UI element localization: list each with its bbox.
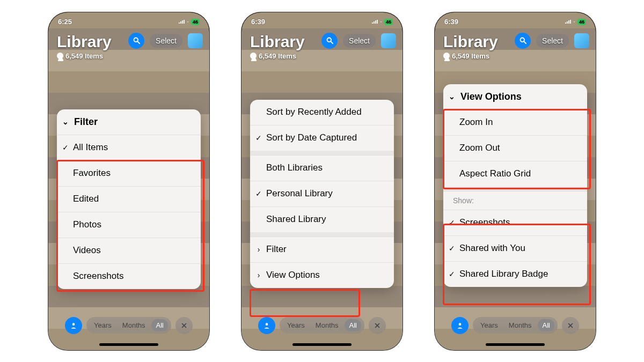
app-header: Library 6,549 Items Select: [48, 31, 209, 60]
menu-item-screenshots[interactable]: Screenshots: [57, 263, 201, 289]
seg-months[interactable]: Months: [311, 319, 343, 331]
menu-item-zoom-in[interactable]: Zoom In: [443, 109, 587, 135]
seg-years[interactable]: Years: [283, 319, 309, 331]
screenshot-3: 6:39 46 Library 6,549 Items Select ⌄ Vie…: [435, 12, 596, 350]
seg-months[interactable]: Months: [504, 319, 536, 331]
svg-rect-2: [182, 20, 183, 24]
seg-years[interactable]: Years: [90, 319, 116, 331]
chevron-right-icon: ›: [254, 271, 263, 279]
home-indicator: [486, 343, 545, 346]
bottom-bar: Years Months All: [435, 315, 596, 336]
wifi-icon: [380, 21, 382, 23]
menu-item-photos[interactable]: Photos: [57, 212, 201, 238]
bottom-bar: Years Months All: [241, 315, 402, 336]
clock: 6:25: [58, 18, 72, 26]
menu-item-edited[interactable]: Edited: [57, 186, 201, 212]
people-button[interactable]: [65, 317, 82, 334]
menu-header[interactable]: ⌄ Filter: [57, 109, 201, 135]
clock: 6:39: [251, 18, 265, 26]
chevron-right-icon: ›: [254, 245, 263, 254]
people-button[interactable]: [258, 317, 275, 334]
signal-icon: [372, 20, 378, 24]
close-button[interactable]: [562, 317, 579, 334]
select-button[interactable]: Select: [343, 34, 376, 48]
item-count: 6,549 Items: [443, 52, 587, 60]
person-icon: [443, 53, 450, 59]
select-button[interactable]: Select: [536, 34, 569, 48]
menu-item-personal-library[interactable]: ✓Personal Library: [250, 181, 394, 206]
chevron-down-icon: ⌄: [61, 117, 70, 126]
seg-years[interactable]: Years: [476, 319, 502, 331]
close-button[interactable]: [369, 317, 386, 334]
seg-all[interactable]: All: [538, 319, 554, 331]
view-segment[interactable]: Years Months All: [280, 317, 364, 334]
menu-item-sort-added[interactable]: Sort by Recently Added: [250, 100, 394, 125]
person-icon: [70, 322, 77, 329]
search-icon: [519, 36, 527, 45]
svg-line-23: [524, 41, 526, 43]
menu-item-sort-captured[interactable]: ✓Sort by Date Captured: [250, 125, 394, 151]
wifi-icon: [187, 21, 189, 23]
wifi-icon: [573, 21, 575, 23]
svg-line-14: [331, 41, 333, 43]
status-bar: 6:25 46: [48, 17, 209, 27]
menu-item-filter[interactable]: ›Filter: [250, 237, 394, 262]
avatar[interactable]: [574, 33, 589, 48]
person-icon: [263, 322, 270, 329]
signal-icon: [179, 20, 185, 24]
svg-rect-10: [374, 21, 375, 24]
search-button[interactable]: [321, 33, 338, 49]
menu-item-all[interactable]: ✓ All Items: [57, 135, 201, 160]
app-header: Library 6,549 Items Select: [241, 31, 402, 60]
seg-months[interactable]: Months: [118, 319, 150, 331]
svg-rect-20: [568, 20, 569, 24]
search-button[interactable]: [515, 33, 531, 49]
check-icon: ✓: [254, 134, 263, 142]
check-icon: ✓: [61, 143, 70, 152]
battery-badge: 46: [577, 19, 586, 25]
menu-item-zoom-out[interactable]: Zoom Out: [443, 135, 587, 161]
menu-item-videos[interactable]: Videos: [57, 238, 201, 263]
menu-item-show-shared-with-you[interactable]: ✓Shared with You: [443, 235, 587, 261]
avatar[interactable]: [381, 33, 396, 48]
close-button[interactable]: [175, 317, 193, 334]
avatar[interactable]: [188, 33, 203, 48]
svg-point-6: [72, 323, 75, 326]
seg-all[interactable]: All: [151, 319, 167, 331]
check-icon: ✓: [448, 270, 456, 278]
menu-item-both-libraries[interactable]: Both Libraries: [250, 155, 394, 181]
select-button[interactable]: Select: [150, 34, 182, 48]
close-icon: [374, 322, 381, 329]
check-icon: ✓: [448, 244, 456, 253]
menu-item-aspect-grid[interactable]: Aspect Ratio Grid: [443, 161, 587, 187]
search-button[interactable]: [128, 33, 144, 49]
person-icon: [456, 322, 464, 329]
menu-header[interactable]: ⌄ View Options: [443, 84, 587, 109]
menu-item-shared-library[interactable]: Shared Library: [250, 206, 394, 232]
screenshot-2: 6:39 46 Library 6,549 Items Select Sort …: [241, 12, 402, 350]
item-count: 6,549 Items: [250, 52, 394, 60]
menu-item-show-badge[interactable]: ✓Shared Library Badge: [443, 261, 587, 287]
search-icon: [326, 36, 334, 45]
view-segment[interactable]: Years Months All: [86, 317, 171, 334]
home-indicator: [99, 343, 158, 346]
svg-rect-3: [184, 20, 185, 24]
app-header: Library 6,549 Items Select: [435, 31, 596, 60]
people-button[interactable]: [451, 317, 469, 334]
view-segment[interactable]: Years Months All: [473, 317, 558, 334]
menu-item-show-screenshots[interactable]: ✓Screenshots: [443, 210, 587, 235]
menu-item-view-options[interactable]: ›View Options: [250, 262, 394, 288]
person-icon: [57, 53, 63, 59]
svg-point-24: [459, 323, 462, 326]
close-icon: [567, 322, 574, 329]
check-icon: ✓: [448, 218, 456, 227]
seg-all[interactable]: All: [345, 319, 361, 331]
status-bar: 6:39 46: [241, 17, 402, 27]
menu-item-favorites[interactable]: Favorites: [57, 160, 201, 186]
battery-badge: 46: [191, 19, 200, 25]
svg-point-15: [266, 323, 268, 326]
svg-rect-18: [565, 23, 566, 24]
svg-rect-1: [180, 21, 181, 24]
svg-rect-19: [567, 21, 568, 24]
check-icon: ✓: [254, 189, 263, 198]
